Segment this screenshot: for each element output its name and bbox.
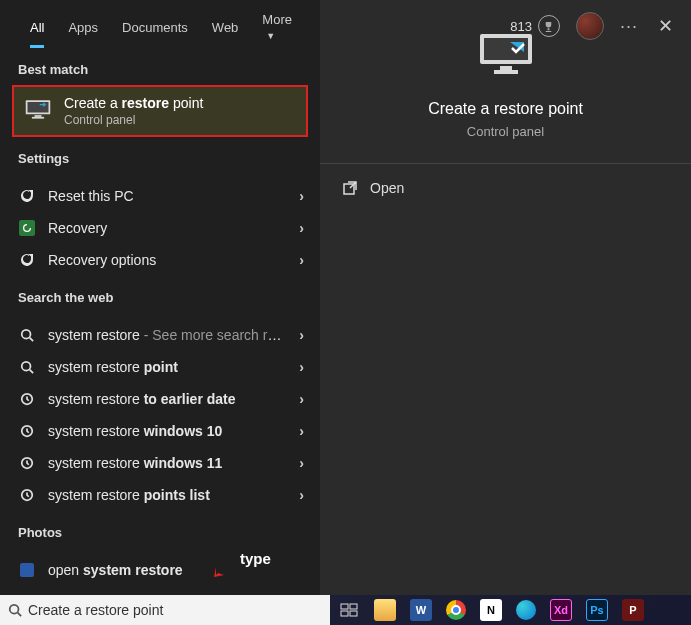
svg-rect-16 (341, 604, 348, 609)
item-label: system restore point (48, 359, 287, 375)
web-item[interactable]: system restore windows 10› (0, 415, 320, 447)
chevron-right-icon: › (299, 455, 304, 471)
svg-point-5 (22, 362, 31, 371)
section-photos: Photos (0, 511, 320, 548)
web-item[interactable]: system restore - See more search results… (0, 319, 320, 351)
web-list: system restore - See more search results… (0, 319, 320, 511)
item-label: system restore - See more search results (48, 327, 287, 343)
search-results-panel: All Apps Documents Web More▼ Best match … (0, 0, 691, 595)
chevron-right-icon: › (299, 487, 304, 503)
svg-rect-1 (28, 102, 49, 113)
preview-title: Create a restore point (428, 100, 583, 118)
recovery-icon (18, 220, 36, 236)
clock-icon (18, 392, 36, 406)
open-label: Open (370, 180, 404, 196)
tab-apps[interactable]: Apps (56, 10, 110, 47)
chrome-icon[interactable] (446, 600, 466, 620)
reset-icon (18, 188, 36, 204)
results-left-column: All Apps Documents Web More▼ Best match … (0, 0, 320, 595)
item-label: open system restore (48, 562, 304, 578)
chevron-right-icon: › (299, 188, 304, 204)
section-settings: Settings (0, 137, 320, 174)
notion-icon[interactable]: N (480, 599, 502, 621)
web-item[interactable]: system restore windows 11› (0, 447, 320, 479)
web-item[interactable]: system restore to earlier date› (0, 383, 320, 415)
header-actions: 813 ··· ✕ (510, 12, 677, 40)
taskview-icon[interactable] (338, 599, 360, 621)
edge-icon[interactable] (516, 600, 536, 620)
item-label: system restore to earlier date (48, 391, 287, 407)
tab-all[interactable]: All (18, 10, 56, 47)
chevron-right-icon: › (299, 423, 304, 439)
item-label: system restore windows 10 (48, 423, 287, 439)
search-input[interactable] (28, 602, 322, 618)
preview-panel: Create a restore point Control panel Ope… (320, 0, 691, 595)
word-icon[interactable]: W (410, 599, 432, 621)
search-icon (18, 328, 36, 342)
svg-rect-2 (35, 115, 42, 117)
photo-icon (18, 563, 36, 577)
explorer-icon[interactable] (374, 599, 396, 621)
item-label: Recovery options (48, 252, 287, 268)
svg-rect-13 (494, 70, 518, 74)
settings-item-recovery-options[interactable]: Recovery options › (0, 244, 320, 276)
item-label: Reset this PC (48, 188, 287, 204)
chevron-right-icon: › (299, 327, 304, 343)
points-value: 813 (510, 19, 532, 34)
chevron-right-icon: › (299, 391, 304, 407)
user-avatar[interactable] (576, 12, 604, 40)
taskbar: W N Xd Ps P (330, 595, 691, 625)
system-monitor-icon (24, 98, 52, 124)
close-icon[interactable]: ✕ (654, 15, 677, 37)
xd-icon[interactable]: Xd (550, 599, 572, 621)
chevron-right-icon: › (299, 359, 304, 375)
clock-icon (18, 456, 36, 470)
clock-icon (18, 424, 36, 438)
photo-item-open[interactable]: open system restore (0, 554, 320, 586)
tab-more[interactable]: More▼ (250, 2, 304, 54)
svg-rect-17 (350, 604, 357, 609)
web-item[interactable]: system restore points list› (0, 479, 320, 511)
best-match-text: Create a restore point Control panel (64, 95, 203, 127)
item-label: system restore points list (48, 487, 287, 503)
trophy-icon (538, 15, 560, 37)
settings-item-recovery[interactable]: Recovery › (0, 212, 320, 244)
recovery-options-icon (18, 252, 36, 268)
tab-web[interactable]: Web (200, 10, 251, 47)
svg-point-15 (10, 605, 19, 614)
settings-list: Reset this PC › Recovery › Recovery opti… (0, 180, 320, 276)
taskbar-search[interactable] (0, 595, 330, 625)
more-options-icon[interactable]: ··· (620, 16, 638, 37)
chevron-down-icon: ▼ (266, 31, 275, 41)
ps-icon[interactable]: Ps (586, 599, 608, 621)
rewards-points[interactable]: 813 (510, 15, 560, 37)
search-icon (8, 603, 22, 617)
clock-icon (18, 488, 36, 502)
svg-rect-18 (341, 611, 348, 616)
p-icon[interactable]: P (622, 599, 644, 621)
svg-rect-19 (350, 611, 357, 616)
svg-rect-3 (32, 117, 44, 119)
settings-item-reset[interactable]: Reset this PC › (0, 180, 320, 212)
chevron-right-icon: › (299, 252, 304, 268)
preview-subtitle: Control panel (467, 124, 544, 139)
open-icon (342, 180, 358, 196)
svg-rect-12 (500, 66, 512, 70)
item-label: Recovery (48, 220, 287, 236)
chevron-right-icon: › (299, 220, 304, 236)
web-item[interactable]: system restore point› (0, 351, 320, 383)
filter-tabs: All Apps Documents Web More▼ (0, 0, 320, 48)
section-web: Search the web (0, 276, 320, 313)
open-action[interactable]: Open (320, 164, 691, 212)
best-match-result[interactable]: Create a restore point Control panel (12, 85, 308, 137)
svg-point-4 (22, 330, 31, 339)
search-icon (18, 360, 36, 374)
item-label: system restore windows 11 (48, 455, 287, 471)
tab-documents[interactable]: Documents (110, 10, 200, 47)
